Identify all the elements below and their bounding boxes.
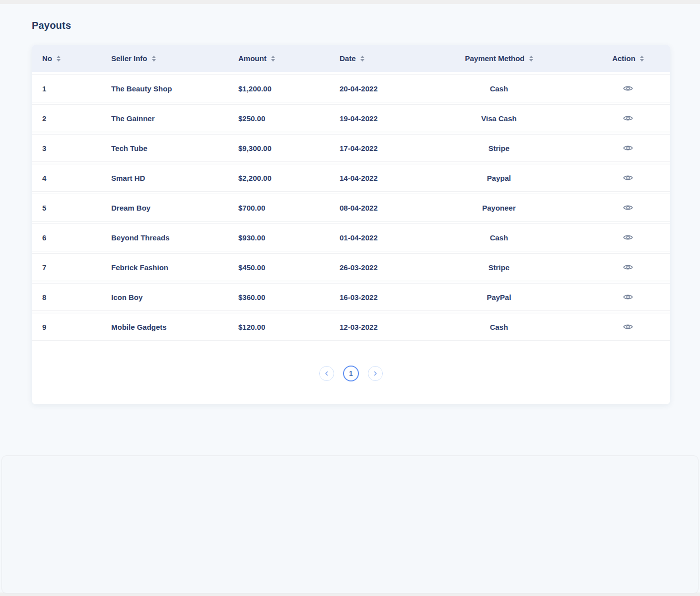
cell-action: [586, 232, 670, 243]
table-row: 5Dream Boy$700.0008-04-2022Payoneer: [32, 194, 670, 222]
sort-arrows-icon: [640, 56, 644, 62]
cell-action: [586, 292, 670, 302]
column-header-label: Date: [340, 54, 356, 63]
cell-seller-info: Tech Tube: [111, 144, 238, 152]
sort-arrows-icon: [271, 56, 275, 62]
cell-seller-info: The Gainner: [111, 114, 238, 123]
sort-arrows-icon: [529, 56, 533, 62]
cell-amount: $930.00: [238, 233, 340, 242]
empty-footer-panel: [1, 455, 699, 594]
column-header-label: No: [42, 54, 52, 63]
view-payout-button[interactable]: [621, 292, 635, 302]
pagination-page-1-button[interactable]: 1: [343, 366, 359, 381]
table-row: 6Beyond Threads$930.0001-04-2022Cash: [32, 224, 670, 251]
cell-payment-method: Cash: [412, 233, 586, 242]
cell-amount: $120.00: [238, 323, 340, 331]
cell-action: [586, 83, 670, 94]
view-payout-button[interactable]: [621, 232, 635, 243]
cell-no: 7: [32, 263, 111, 272]
column-header-date[interactable]: Date: [340, 54, 412, 63]
payouts-table: No Seller Info Amount Date Payment Metho…: [32, 45, 670, 404]
chevron-right-icon: [373, 371, 378, 376]
cell-date: 17-04-2022: [340, 144, 412, 152]
cell-no: 6: [32, 233, 111, 242]
cell-seller-info: The Beauty Shop: [111, 84, 238, 93]
cell-payment-method: Visa Cash: [412, 114, 586, 123]
sort-arrows-icon: [360, 56, 364, 62]
view-payout-button[interactable]: [621, 202, 635, 213]
table-row: 8Icon Boy$360.0016-03-2022PayPal: [32, 283, 670, 311]
cell-payment-method: Paypal: [412, 174, 586, 182]
cell-amount: $250.00: [238, 114, 340, 123]
cell-seller-info: Febrick Fashion: [111, 263, 238, 272]
eye-icon: [623, 85, 633, 92]
cell-no: 4: [32, 174, 111, 182]
cell-date: 16-03-2022: [340, 293, 412, 301]
column-header-label: Amount: [238, 54, 267, 63]
cell-action: [586, 113, 670, 124]
pagination-next-button[interactable]: [368, 366, 383, 381]
cell-date: 12-03-2022: [340, 323, 412, 331]
cell-payment-method: Stripe: [412, 144, 586, 152]
cell-payment-method: Stripe: [412, 263, 586, 272]
view-payout-button[interactable]: [621, 83, 635, 94]
table-header-row: No Seller Info Amount Date Payment Metho…: [32, 45, 670, 72]
column-header-label: Action: [612, 54, 635, 63]
view-payout-button[interactable]: [621, 172, 635, 183]
eye-icon: [623, 204, 633, 211]
column-header-amount[interactable]: Amount: [238, 54, 340, 63]
eye-icon: [623, 264, 633, 271]
cell-amount: $360.00: [238, 293, 340, 301]
cell-seller-info: Mobile Gadgets: [111, 323, 238, 331]
pagination-prev-button[interactable]: [319, 366, 334, 381]
eye-icon: [623, 234, 633, 241]
table-row: 4Smart HD$2,200.0014-04-2022Paypal: [32, 164, 670, 192]
chevron-left-icon: [324, 371, 329, 376]
table-body: 1The Beauty Shop$1,200.0020-04-2022Cash2…: [32, 72, 670, 341]
cell-date: 20-04-2022: [340, 84, 412, 93]
column-header-label: Payment Method: [465, 54, 524, 63]
table-row: 2The Gainner$250.0019-04-2022Visa Cash: [32, 104, 670, 132]
cell-date: 08-04-2022: [340, 204, 412, 212]
sort-arrows-icon: [57, 56, 61, 62]
cell-amount: $700.00: [238, 204, 340, 212]
cell-action: [586, 172, 670, 183]
column-header-seller-info[interactable]: Seller Info: [111, 54, 238, 63]
cell-no: 9: [32, 323, 111, 331]
cell-payment-method: PayPal: [412, 293, 586, 301]
column-header-payment-method[interactable]: Payment Method: [412, 54, 586, 63]
payouts-section: Payouts No Seller Info Amount Date: [0, 4, 700, 404]
cell-no: 8: [32, 293, 111, 301]
column-header-no[interactable]: No: [32, 54, 111, 63]
sort-arrows-icon: [152, 56, 156, 62]
cell-seller-info: Beyond Threads: [111, 233, 238, 242]
cell-date: 26-03-2022: [340, 263, 412, 272]
pagination: 1: [32, 343, 670, 404]
view-payout-button[interactable]: [621, 321, 635, 332]
eye-icon: [623, 323, 633, 330]
cell-date: 01-04-2022: [340, 233, 412, 242]
table-row: 3Tech Tube$9,300.0017-04-2022Stripe: [32, 134, 670, 162]
column-header-action[interactable]: Action: [586, 54, 670, 63]
eye-icon: [623, 145, 633, 151]
cell-amount: $2,200.00: [238, 174, 340, 182]
cell-seller-info: Icon Boy: [111, 293, 238, 301]
cell-amount: $1,200.00: [238, 84, 340, 93]
main-content-area: Payouts No Seller Info Amount Date: [0, 4, 700, 593]
cell-action: [586, 143, 670, 153]
cell-payment-method: Cash: [412, 323, 586, 331]
eye-icon: [623, 174, 633, 181]
view-payout-button[interactable]: [621, 143, 635, 153]
cell-date: 19-04-2022: [340, 114, 412, 123]
table-row: 9Mobile Gadgets$120.0012-03-2022Cash: [32, 313, 670, 341]
eye-icon: [623, 115, 633, 122]
page-title: Payouts: [32, 4, 670, 31]
cell-action: [586, 202, 670, 213]
cell-action: [586, 262, 670, 273]
view-payout-button[interactable]: [621, 113, 635, 124]
eye-icon: [623, 294, 633, 300]
column-header-label: Seller Info: [111, 54, 147, 63]
cell-no: 5: [32, 204, 111, 212]
view-payout-button[interactable]: [621, 262, 635, 273]
cell-no: 2: [32, 114, 111, 123]
